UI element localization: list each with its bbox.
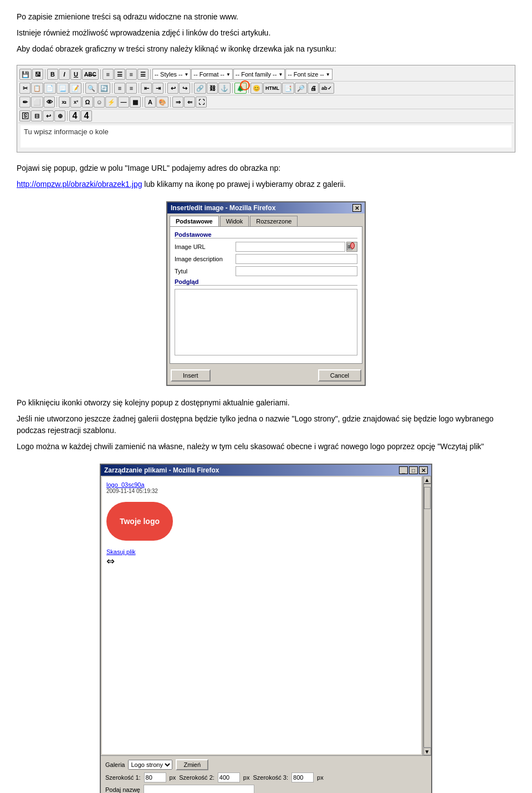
ltr-button[interactable]: ⇒ — [172, 96, 183, 108]
superscript-button[interactable]: x² — [70, 96, 81, 108]
html-button[interactable]: HTML — [263, 83, 282, 94]
subscript-button[interactable]: x₂ — [59, 96, 70, 108]
rtl-button[interactable]: ⇐ — [184, 96, 195, 108]
special-char-button[interactable]: Ω — [82, 96, 93, 108]
style-btn2[interactable]: ⊟ — [31, 110, 42, 121]
paste-word-button[interactable]: 📝 — [69, 83, 81, 94]
insert-cancel-button[interactable]: Cancel — [318, 369, 361, 382]
anchor-button[interactable]: ⚓ — [218, 83, 231, 94]
emoji-button[interactable]: ☺ — [94, 96, 105, 108]
kasuj-plik-link[interactable]: Skasuj plik — [106, 548, 136, 555]
zoom-button[interactable]: 🔎 — [295, 83, 307, 94]
save-icon[interactable]: 💾 — [19, 69, 32, 80]
template-button[interactable]: 📑 — [282, 83, 294, 94]
style-btn1[interactable]: 🅂 — [19, 110, 30, 121]
image-browse-button[interactable]: ⊞ — [346, 242, 357, 252]
copy-button[interactable]: 📋 — [31, 83, 43, 94]
paragraph-7: Jeśli nie utworzono jeszcze żadnej galer… — [17, 413, 515, 436]
tab-podstawowe[interactable]: Podstawowe — [170, 216, 219, 226]
align-justify-button[interactable]: ☰ — [137, 69, 149, 80]
image-url-link[interactable]: http://ompzw.pl/obrazki/obrazek1.jpg — [17, 180, 142, 189]
szerokosc2-input[interactable] — [218, 772, 240, 782]
insert-dialog-titlebar: Insert/edit image - Mozilla Firefox ✕ — [167, 202, 365, 214]
szerokosc1-input[interactable] — [144, 772, 166, 782]
list-ordered-button[interactable]: ≡ — [126, 83, 137, 94]
paste-text-button[interactable]: 📃 — [57, 83, 69, 94]
style-btn6[interactable]: 4 — [81, 110, 92, 121]
style-btn3[interactable]: ↩ — [43, 110, 54, 121]
abc-strikethrough-button[interactable]: ABC — [82, 69, 99, 80]
hr-button[interactable]: — — [118, 96, 129, 108]
szerokosc3-input[interactable] — [291, 772, 314, 782]
file-manager-restore-button[interactable]: □ — [409, 466, 418, 474]
font-family-dropdown[interactable]: -- Font family -- — [233, 69, 285, 80]
indent-button[interactable]: ⇥ — [152, 83, 163, 94]
image-url-input[interactable] — [236, 242, 345, 252]
redo-button[interactable]: ↪ — [179, 83, 190, 94]
scrollbar-thumb[interactable] — [424, 487, 431, 509]
separator-14 — [67, 111, 68, 121]
align-center-button[interactable]: ☰ — [114, 69, 125, 80]
bg-color-button[interactable]: 🎨 — [156, 96, 168, 108]
align-right-button[interactable]: ≡ — [126, 69, 137, 80]
bold-button[interactable]: B — [47, 69, 58, 80]
scrollbar-up-button[interactable]: ▲ — [423, 476, 431, 484]
format-dropdown[interactable]: -- Format -- — [191, 69, 233, 80]
podaj-nazwe-input[interactable] — [144, 785, 254, 793]
file-manager-content: logo_03sc90a 2009-11-14 05:19:32 Twoje l… — [101, 476, 431, 755]
link-button[interactable]: 🔗 — [194, 83, 206, 94]
file-manager-minimize-button[interactable]: _ — [399, 466, 408, 474]
editor-content-area[interactable]: Tu wpisz informacje o kole — [21, 125, 511, 148]
separator-8 — [192, 83, 192, 93]
edit-button[interactable]: ✏ — [19, 96, 30, 108]
underline-button[interactable]: U — [70, 69, 81, 80]
szerokosc2-label: Szerokość 2: — [179, 774, 214, 781]
image-url-label: Image URL — [175, 243, 236, 250]
file-manager-close-button[interactable]: ✕ — [419, 466, 428, 474]
unlink-button[interactable]: ⛓ — [207, 83, 218, 94]
image-desc-field: Image description — [175, 254, 357, 264]
tab-rozszerzone[interactable]: Rozszerzone — [250, 216, 298, 226]
find-button[interactable]: 🔍 — [85, 83, 98, 94]
source-button[interactable]: ⬜ — [31, 96, 43, 108]
undo-button[interactable]: ↩ — [167, 83, 178, 94]
file-manager-titlebar-buttons: _ □ ✕ — [399, 466, 428, 474]
outdent-button[interactable]: ⇤ — [141, 83, 152, 94]
smiley-button[interactable]: 😊 — [250, 83, 263, 94]
image-desc-input[interactable] — [236, 254, 357, 264]
logo-filename[interactable]: logo_03sc90a — [106, 481, 417, 488]
fullscreen-button[interactable]: ⛶ — [196, 96, 207, 108]
logo-section: logo_03sc90a 2009-11-14 05:19:32 Twoje l… — [106, 481, 417, 567]
style-btn5[interactable]: 4 — [69, 110, 80, 121]
galeria-select[interactable]: Logo strony — [128, 760, 172, 770]
image-title-input[interactable] — [236, 266, 357, 276]
cut-button[interactable]: ✂ — [19, 83, 30, 94]
style-btn4[interactable]: ⊕ — [54, 110, 65, 121]
italic-button[interactable]: I — [59, 69, 70, 80]
paragraph-3: Aby dodać obrazek graficzny w treści str… — [17, 43, 515, 55]
print-button[interactable]: 🖨 — [308, 83, 319, 94]
preview-button[interactable]: 👁 — [44, 96, 55, 108]
paragraph-4: Pojawi się popup, gdzie w polu "Image UR… — [17, 162, 515, 174]
insert-dialog-close-button[interactable]: ✕ — [352, 204, 361, 212]
save2-icon[interactable]: 🖫 — [32, 69, 43, 80]
list-unordered-button[interactable]: ≡ — [114, 83, 125, 94]
zmien-button[interactable]: Zmień — [176, 759, 208, 770]
replace-button[interactable]: 🔄 — [98, 83, 110, 94]
paste-button[interactable]: 📄 — [44, 83, 56, 94]
image-url-field: Image URL ⊞ — [175, 242, 357, 252]
flash-button[interactable]: ⚡ — [105, 96, 117, 108]
podaj-nazwe-row: Podaj nazwę — [105, 785, 427, 793]
scrollbar-down-button[interactable]: ▼ — [423, 748, 431, 755]
file-manager-scrollbar[interactable]: ▲ ▼ — [422, 476, 431, 755]
text-color-button[interactable]: A — [145, 96, 156, 108]
table-button[interactable]: ▦ — [130, 96, 141, 108]
styles-dropdown[interactable]: -- Styles -- — [152, 69, 191, 80]
file-manager-dialog-wrapper: Zarządzanie plikami - Mozilla Firefox _ … — [17, 464, 515, 793]
align-left-button[interactable]: ≡ — [103, 69, 114, 80]
spellcheck-button[interactable]: ab✓ — [319, 83, 334, 94]
insert-button[interactable]: Insert — [171, 369, 211, 382]
tab-widok[interactable]: Widok — [220, 216, 249, 226]
font-size-dropdown[interactable]: -- Font size -- — [285, 69, 332, 80]
image-desc-label: Image description — [175, 256, 236, 262]
